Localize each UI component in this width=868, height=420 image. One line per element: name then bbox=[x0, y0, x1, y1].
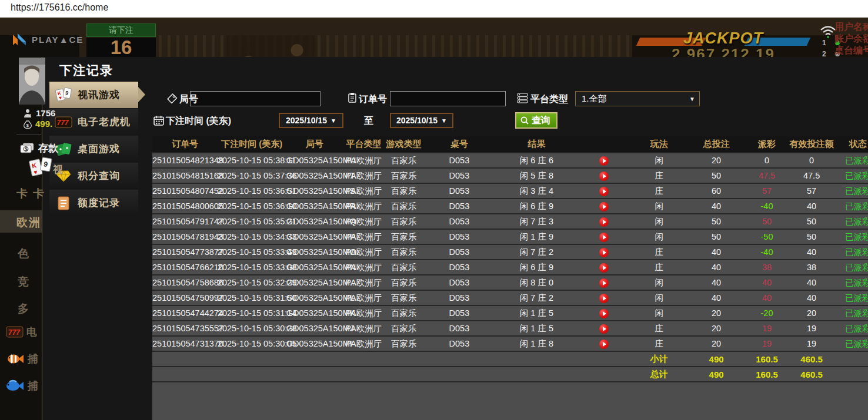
cell-game: 百家乐 bbox=[385, 275, 423, 290]
sidebar-item-europe[interactable]: 欧洲 bbox=[16, 215, 56, 230]
query-button[interactable]: 查询 bbox=[515, 112, 557, 129]
cell-status: 已派彩 bbox=[834, 321, 868, 336]
menu-item-table-games[interactable]: 桌面游戏 bbox=[49, 136, 138, 162]
cell-bet: 20 bbox=[688, 305, 745, 321]
cell-game: 百家乐 bbox=[385, 244, 423, 260]
order-number-input[interactable] bbox=[390, 91, 506, 106]
replay-play-icon[interactable] bbox=[599, 202, 609, 211]
date-from-value: 2025/10/15 bbox=[286, 116, 327, 125]
header-status: 状态 bbox=[834, 136, 868, 153]
table-row: 2510150547586862025-10-15 05:32:29GD0532… bbox=[152, 275, 868, 290]
table-header-row: 订单号 下注时间 (美东) 局号 平台类型 游戏类型 桌号 结果 玩法 总投注 … bbox=[152, 136, 868, 153]
replay-play-icon[interactable] bbox=[599, 156, 609, 166]
sidebar-item-se[interactable]: 色 bbox=[18, 246, 34, 261]
video-cards-icon: K ♥ 9 bbox=[54, 87, 73, 103]
cell-table_no: D053 bbox=[423, 260, 495, 275]
replay-play-icon[interactable] bbox=[599, 294, 609, 303]
date-to-select[interactable]: 2025/10/15 ▼ bbox=[390, 113, 453, 128]
cell-order: 251015054735557 bbox=[152, 321, 218, 336]
cell-table_no: D053 bbox=[423, 199, 495, 214]
cell-order: 251015054750997 bbox=[152, 290, 218, 305]
cell-platform: PA欧洲厅 bbox=[343, 153, 385, 168]
replay-cell bbox=[577, 290, 630, 305]
replay-play-icon[interactable] bbox=[599, 340, 609, 349]
user-id-row: * 1756 bbox=[24, 108, 55, 118]
cell-time: 2025-10-15 05:37:36 bbox=[218, 168, 286, 183]
cell-game: 百家乐 bbox=[385, 183, 423, 199]
cell-play: 庄 bbox=[630, 260, 688, 275]
total-payout: 160.5 bbox=[745, 367, 789, 382]
menu-item-slots[interactable]: 777 电子老虎机 bbox=[49, 109, 138, 135]
svg-text:777: 777 bbox=[8, 328, 21, 337]
table-row: 2510150547355572025-10-15 05:30:28GD0532… bbox=[152, 321, 868, 336]
menu-item-video-games[interactable]: K ♥ 9 视讯游戏 bbox=[49, 82, 138, 108]
cell-result: 闲 7 庄 2 bbox=[495, 244, 577, 260]
total-valid: 460.5 bbox=[789, 367, 834, 382]
cell-payout: -40 bbox=[745, 199, 789, 214]
avatar bbox=[19, 58, 45, 105]
cell-play: 闲 bbox=[630, 305, 688, 321]
cell-table_no: D053 bbox=[423, 321, 495, 336]
query-button-label: 查询 bbox=[532, 115, 550, 127]
header-order: 订单号 bbox=[152, 136, 218, 153]
cell-round: GD05325A150MS bbox=[286, 183, 343, 199]
cell-time: 2025-10-15 05:32:29 bbox=[218, 275, 286, 290]
calendar-icon bbox=[153, 115, 164, 128]
cell-valid: 38 bbox=[789, 260, 834, 275]
table-row: 2510150548074522025-10-15 05:36:51GD0532… bbox=[152, 183, 868, 199]
svg-text:$: $ bbox=[26, 123, 29, 128]
sidebar-item-fishing-2[interactable]: 捕 bbox=[5, 378, 38, 394]
sidebar-divider bbox=[16, 134, 42, 135]
cell-result: 闲 6 庄 9 bbox=[495, 199, 577, 214]
replay-play-icon[interactable] bbox=[599, 187, 609, 196]
browser-address-bar[interactable]: https://175616.cc/home bbox=[0, 0, 868, 18]
cell-table_no: D053 bbox=[423, 305, 495, 321]
slot-777-icon: 777 bbox=[6, 325, 24, 339]
cell-game: 百家乐 bbox=[385, 229, 423, 244]
cell-valid: 19 bbox=[789, 336, 834, 351]
date-from-select[interactable]: 2025/10/15 ▼ bbox=[279, 113, 343, 128]
replay-cell bbox=[577, 244, 630, 260]
playace-logo: PLAY▲CE bbox=[12, 32, 84, 46]
cell-payout: -50 bbox=[745, 229, 789, 244]
round-number-input[interactable] bbox=[190, 91, 321, 106]
fishing-1-text: 捕 bbox=[28, 352, 38, 366]
replay-play-icon[interactable] bbox=[599, 278, 609, 288]
replay-play-icon[interactable] bbox=[599, 217, 609, 227]
menu-item-quota[interactable]: 额度记录 bbox=[49, 190, 138, 216]
cell-game: 百家乐 bbox=[385, 321, 423, 336]
sidebar-item-kaka[interactable]: 卡卡 bbox=[16, 186, 49, 201]
replay-play-icon[interactable] bbox=[599, 248, 609, 257]
replay-play-icon[interactable] bbox=[599, 172, 609, 181]
sidebar-item-duo[interactable]: 多 bbox=[18, 301, 34, 317]
cell-time: 2025-10-15 05:36:10 bbox=[218, 199, 286, 214]
replay-play-icon[interactable] bbox=[599, 324, 609, 334]
deposit-button[interactable]: $ 存款 bbox=[20, 142, 58, 155]
replay-play-icon[interactable] bbox=[599, 309, 609, 318]
replay-cell bbox=[577, 199, 630, 214]
cell-round: GD05325A150MI bbox=[286, 336, 343, 351]
video-games-cards-icon[interactable]: K ♥ 9 bbox=[28, 156, 54, 181]
round-number-label: 局号 bbox=[179, 93, 198, 106]
cell-time: 2025-10-15 05:31:14 bbox=[218, 305, 286, 321]
cell-order: 251015054773877 bbox=[152, 244, 218, 260]
cell-result: 闲 1 庄 5 bbox=[495, 321, 577, 336]
platform-type-select[interactable]: 1.全部 ▼ bbox=[575, 91, 700, 106]
chevron-down-icon: ▼ bbox=[689, 96, 699, 102]
cell-bet: 50 bbox=[688, 214, 745, 229]
header-replay bbox=[577, 136, 630, 153]
menu-label-slots: 电子老虎机 bbox=[78, 115, 131, 129]
header-table: 桌号 bbox=[423, 136, 495, 153]
user-id-text: 1756 bbox=[36, 108, 55, 118]
replay-play-icon[interactable] bbox=[599, 263, 609, 273]
sidebar-item-slots[interactable]: 777 电 bbox=[6, 325, 37, 339]
cell-result: 闲 1 庄 5 bbox=[495, 305, 577, 321]
sidebar-item-fishing-1[interactable]: 捕 bbox=[6, 352, 38, 366]
bet-countdown-label: 请下注 bbox=[86, 23, 156, 37]
clownfish-icon bbox=[6, 352, 25, 366]
sidebar-item-jing[interactable]: 竞 bbox=[18, 274, 34, 290]
url-text[interactable]: https://175616.cc/home bbox=[11, 2, 108, 13]
replay-play-icon[interactable] bbox=[599, 233, 609, 242]
header-valid: 有效投注额 bbox=[789, 136, 834, 153]
deposit-icon: $ bbox=[20, 143, 35, 154]
